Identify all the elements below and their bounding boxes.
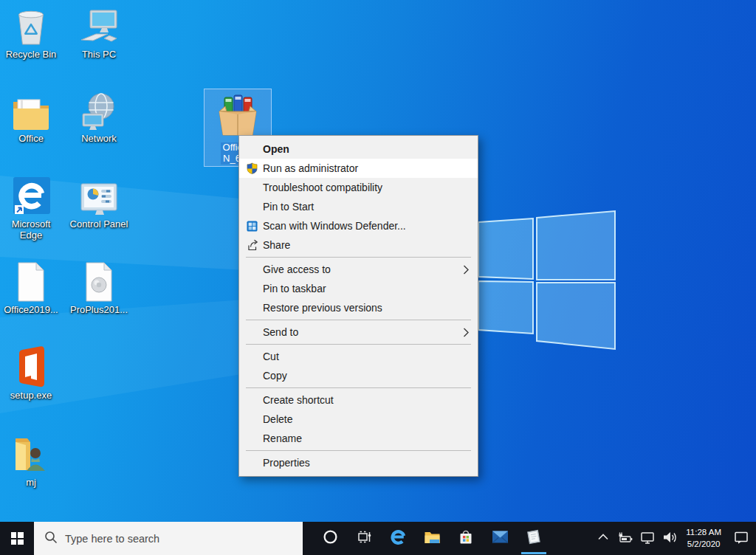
taskbar-search[interactable] bbox=[34, 522, 303, 555]
network-monitor-icon bbox=[639, 529, 656, 548]
menu-separator bbox=[246, 344, 471, 345]
task-view-button[interactable] bbox=[347, 522, 381, 555]
menu-item-run-as-administrator[interactable]: Run as administrator bbox=[239, 159, 478, 178]
menu-item-troubleshoot-compatibility[interactable]: Troubleshoot compatibility bbox=[239, 178, 478, 197]
desktop: Recycle Bin This PC Office bbox=[0, 0, 756, 555]
recycle-bin-icon bbox=[12, 4, 50, 47]
rar-archive-icon bbox=[214, 92, 261, 141]
action-center-icon bbox=[733, 529, 749, 548]
menu-separator bbox=[246, 257, 471, 258]
user-folder-icon bbox=[11, 432, 51, 475]
network-icon bbox=[78, 89, 120, 131]
office-setup-icon bbox=[12, 345, 50, 388]
menu-item-send-to[interactable]: Send to bbox=[239, 323, 478, 342]
desktop-icon-office2019-file[interactable]: Office2019... bbox=[0, 260, 62, 316]
document-icon bbox=[16, 260, 47, 303]
desktop-icon-office-folder[interactable]: Office bbox=[0, 89, 62, 145]
menu-item-cut[interactable]: Cut bbox=[239, 347, 478, 366]
volume-button[interactable] bbox=[659, 522, 681, 555]
cortana-button[interactable] bbox=[313, 522, 347, 555]
clock-date: 5/2/2020 bbox=[686, 539, 721, 551]
menu-item-open[interactable]: Open bbox=[239, 139, 478, 159]
active-app-button[interactable] bbox=[517, 522, 551, 555]
control-panel-icon bbox=[78, 174, 120, 217]
battery-plug-icon bbox=[617, 529, 633, 548]
menu-item-scan-with-windows-defender[interactable]: Scan with Windows Defender... bbox=[239, 216, 478, 235]
windows-defender-icon bbox=[247, 221, 263, 232]
store-icon bbox=[458, 529, 474, 548]
context-menu: Open Run as administrator Troubleshoot c… bbox=[238, 135, 478, 477]
cortana-icon bbox=[323, 529, 338, 548]
disc-image-file-icon bbox=[83, 260, 114, 303]
search-icon bbox=[44, 531, 58, 547]
taskbar-clock[interactable]: 11:28 AM 5/2/2020 bbox=[681, 527, 726, 550]
task-view-icon bbox=[357, 529, 372, 548]
desktop-icon-this-pc[interactable]: This PC bbox=[68, 4, 130, 61]
chevron-up-icon bbox=[596, 530, 611, 548]
mail-icon bbox=[492, 530, 509, 547]
submenu-chevron-icon bbox=[463, 265, 469, 275]
this-pc-icon bbox=[78, 4, 120, 47]
menu-item-rename[interactable]: Rename bbox=[239, 429, 478, 448]
microsoft-store-button[interactable] bbox=[449, 522, 483, 555]
desktop-icon-proplus-file[interactable]: ProPlus201... bbox=[68, 260, 130, 316]
mail-button[interactable] bbox=[483, 522, 517, 555]
edge-icon bbox=[389, 528, 408, 549]
folder-icon bbox=[11, 89, 51, 131]
desktop-icon-control-panel[interactable]: Control Panel bbox=[68, 174, 130, 230]
action-center-button[interactable] bbox=[726, 522, 756, 555]
menu-item-restore-previous-versions[interactable]: Restore previous versions bbox=[239, 298, 478, 317]
taskbar: 11:28 AM 5/2/2020 bbox=[0, 522, 756, 555]
taskbar-apps bbox=[313, 522, 551, 555]
desktop-icon-microsoft-edge[interactable]: Microsoft Edge bbox=[0, 174, 62, 241]
desktop-icon-setup-exe[interactable]: setup.exe bbox=[0, 345, 62, 401]
start-button[interactable] bbox=[0, 522, 34, 555]
menu-item-share[interactable]: Share bbox=[239, 235, 478, 255]
menu-item-delete[interactable]: Delete bbox=[239, 410, 478, 429]
clock-time: 11:28 AM bbox=[686, 527, 721, 539]
file-explorer-icon bbox=[424, 529, 441, 548]
menu-item-create-shortcut[interactable]: Create shortcut bbox=[239, 390, 478, 410]
menu-item-properties[interactable]: Properties bbox=[239, 453, 478, 472]
power-status-button[interactable] bbox=[614, 522, 636, 555]
desktop-icon-network[interactable]: Network bbox=[68, 89, 130, 145]
menu-item-give-access-to[interactable]: Give access to bbox=[239, 260, 478, 279]
share-icon bbox=[247, 239, 263, 251]
edge-icon bbox=[11, 174, 51, 217]
menu-separator bbox=[246, 450, 471, 451]
search-input[interactable] bbox=[65, 533, 272, 545]
desktop-icon-recycle-bin[interactable]: Recycle Bin bbox=[0, 4, 62, 61]
file-explorer-button[interactable] bbox=[415, 522, 449, 555]
speaker-icon bbox=[662, 529, 678, 548]
system-tray: 11:28 AM 5/2/2020 bbox=[592, 522, 756, 555]
edge-taskbar-button[interactable] bbox=[381, 522, 415, 555]
submenu-chevron-icon bbox=[463, 328, 469, 337]
uac-shield-icon bbox=[247, 162, 263, 174]
menu-item-copy[interactable]: Copy bbox=[239, 366, 478, 385]
active-app-indicator bbox=[521, 552, 546, 554]
menu-separator bbox=[246, 387, 471, 388]
menu-item-pin-to-start[interactable]: Pin to Start bbox=[239, 197, 478, 216]
windows-logo-icon bbox=[11, 532, 24, 545]
tray-chevron-button[interactable] bbox=[592, 522, 614, 555]
notepad-app-icon bbox=[525, 528, 543, 549]
network-status-button[interactable] bbox=[636, 522, 659, 555]
menu-item-pin-to-taskbar[interactable]: Pin to taskbar bbox=[239, 279, 478, 298]
desktop-icon-mj-folder[interactable]: mj bbox=[0, 432, 62, 489]
menu-separator bbox=[246, 320, 471, 320]
